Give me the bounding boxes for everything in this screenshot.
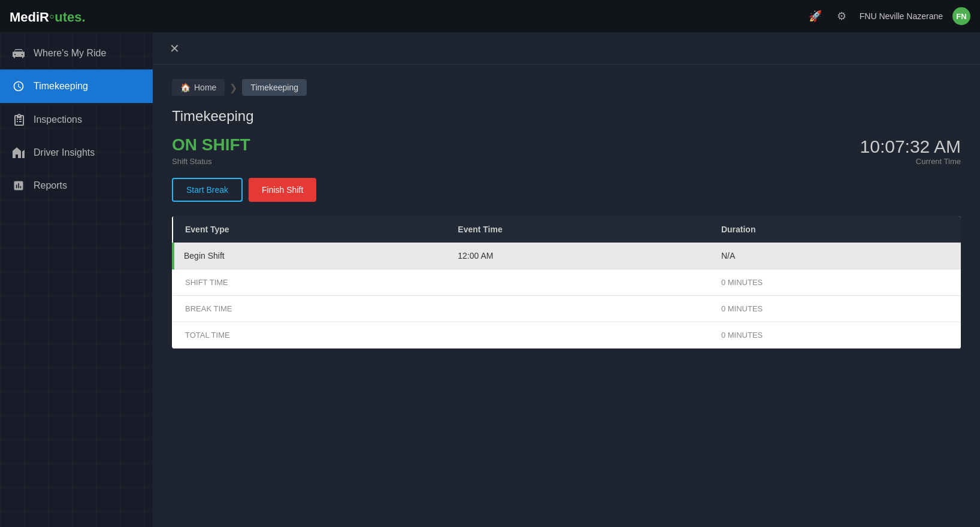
sidebar-item-inspections[interactable]: Inspections (0, 103, 153, 137)
content-topbar: ✕ (153, 32, 980, 65)
topbar-right: 🚀 ⚙ FNU Neville Nazerane FN (807, 7, 970, 25)
logo-text: MediR◦utes. (10, 7, 86, 26)
clock-icon (12, 80, 25, 92)
sidebar-label-driver-insights: Driver Insights (34, 147, 95, 158)
home-icon: 🏠 (180, 83, 190, 92)
cell-duration: N/A (709, 243, 961, 269)
sidebar: Where's My Ride Timekeeping Inspections (0, 32, 153, 527)
breadcrumb-separator: ❯ (229, 82, 237, 93)
cell-event-type: SHIFT TIME (173, 269, 446, 296)
user-name: FNU Neville Nazerane (860, 11, 943, 21)
logo-medi: MediR (10, 10, 49, 25)
settings-icon[interactable]: ⚙ (833, 8, 850, 25)
main-layout: Where's My Ride Timekeeping Inspections (0, 32, 980, 527)
cell-duration: 0 minutes (709, 322, 961, 349)
insights-icon (12, 147, 25, 158)
close-button[interactable]: ✕ (165, 39, 184, 58)
sidebar-label-timekeeping: Timekeeping (34, 81, 88, 92)
cell-event-time (446, 296, 709, 322)
rocket-icon[interactable]: 🚀 (807, 8, 824, 25)
content-body: 🏠 Home ❯ Timekeeping Timekeeping ON SHIF… (153, 65, 980, 527)
shift-status-label: ON SHIFT (172, 135, 250, 155)
cell-event-time: 12:00 AM (446, 243, 709, 269)
table-header-row: Event Type Event Time Duration (173, 216, 961, 243)
sidebar-label-inspections: Inspections (34, 114, 82, 125)
shift-status-sub: Shift Status (172, 157, 250, 166)
cell-event-time (446, 322, 709, 349)
shift-status-left: ON SHIFT Shift Status (172, 135, 250, 166)
logo: MediR◦utes. (10, 7, 86, 26)
action-buttons: Start Break Finish Shift (172, 178, 961, 202)
table-row: SHIFT TIME0 minutes (173, 269, 961, 296)
cell-event-type: TOTAL TIME (173, 322, 446, 349)
breadcrumb-home[interactable]: 🏠 Home (172, 79, 225, 96)
breadcrumb: 🏠 Home ❯ Timekeeping (172, 79, 961, 96)
start-break-button[interactable]: Start Break (172, 178, 243, 202)
cell-duration: 0 minutes (709, 296, 961, 322)
table-row: TOTAL TIME0 minutes (173, 322, 961, 349)
timekeeping-table: Event Type Event Time Duration Begin Shi… (172, 216, 961, 349)
table-row: BREAK TIME0 minutes (173, 296, 961, 322)
sidebar-item-wheres-my-ride[interactable]: Where's My Ride (0, 37, 153, 69)
sidebar-item-timekeeping[interactable]: Timekeeping (0, 69, 153, 103)
shift-time-right: 10:07:32 AM Current Time (860, 137, 961, 166)
cell-event-type: BREAK TIME (173, 296, 446, 322)
page-title: Timekeeping (172, 108, 961, 125)
current-time-label: Current Time (860, 157, 961, 166)
breadcrumb-current: Timekeeping (242, 79, 307, 96)
cell-event-time (446, 269, 709, 296)
sidebar-label-wheres-my-ride: Where's My Ride (34, 48, 106, 59)
avatar[interactable]: FN (952, 7, 970, 25)
current-time: 10:07:32 AM (860, 137, 961, 157)
table-row: Begin Shift12:00 AMN/A (173, 243, 961, 269)
cell-event-type: Begin Shift (173, 243, 446, 269)
logo-dot: ◦ (49, 7, 55, 25)
breadcrumb-home-label: Home (194, 83, 216, 92)
col-header-duration: Duration (709, 216, 961, 243)
logo-routes: utes. (55, 10, 85, 25)
sidebar-item-reports[interactable]: Reports (0, 169, 153, 202)
cell-duration: 0 minutes (709, 269, 961, 296)
car-icon (12, 49, 25, 58)
col-header-event-type: Event Type (173, 216, 446, 243)
reports-icon (12, 180, 25, 192)
clipboard-icon (12, 114, 25, 126)
topbar: MediR◦utes. 🚀 ⚙ FNU Neville Nazerane FN (0, 0, 980, 32)
shift-status-block: ON SHIFT Shift Status 10:07:32 AM Curren… (172, 135, 961, 166)
sidebar-nav: Where's My Ride Timekeeping Inspections (0, 32, 153, 202)
finish-shift-button[interactable]: Finish Shift (249, 178, 316, 202)
col-header-event-time: Event Time (446, 216, 709, 243)
content-area: ✕ 🏠 Home ❯ Timekeeping Timekeeping ON SH… (153, 32, 980, 527)
sidebar-label-reports: Reports (34, 180, 67, 191)
sidebar-item-driver-insights[interactable]: Driver Insights (0, 137, 153, 169)
